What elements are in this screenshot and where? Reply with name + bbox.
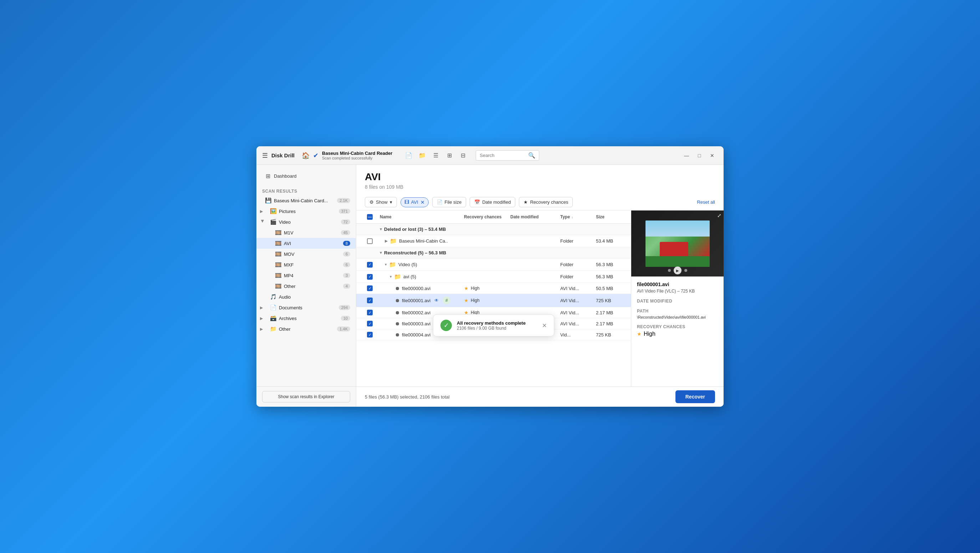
row-checkbox-baseus[interactable] bbox=[367, 238, 373, 244]
group-expand-deleted[interactable]: ▾ bbox=[380, 227, 382, 231]
row-checkbox-video5[interactable] bbox=[367, 262, 373, 268]
row-check-f3[interactable] bbox=[365, 318, 378, 329]
list-view-btn[interactable]: ☰ bbox=[430, 150, 442, 161]
row-checkbox-f2[interactable] bbox=[367, 310, 373, 316]
row-recovery-video5 bbox=[462, 262, 508, 267]
table-row[interactable]: ▾ 📁 avi (5) Folder 56.3 MB bbox=[356, 271, 631, 283]
th-name: Name bbox=[378, 210, 462, 223]
reset-all-btn[interactable]: Reset all bbox=[697, 199, 715, 205]
table-row[interactable]: ▶ 📁 Baseus Mini-Cabin Ca.. Folder 53.4 M… bbox=[356, 235, 631, 247]
file-size-filter-btn[interactable]: 📄 File size bbox=[432, 197, 466, 207]
table-row[interactable]: ⏺ file000001.avi 👁 # ★ High AVI bbox=[356, 294, 631, 307]
sidebar-item-video[interactable]: ▶ 🎬 Video 72 bbox=[256, 217, 356, 227]
sidebar-item-avi[interactable]: 🎞️ AVI 8 bbox=[256, 238, 356, 249]
row-checkbox-f3[interactable] bbox=[367, 321, 373, 327]
row-size-f4: 725 KB bbox=[594, 330, 622, 340]
split-view-btn[interactable]: ⊟ bbox=[457, 150, 469, 161]
mov-label: MOV bbox=[284, 252, 342, 257]
preview-expand-icon[interactable]: ⤢ bbox=[717, 213, 721, 218]
recover-button[interactable]: Recover bbox=[675, 390, 715, 403]
preview-star-icon: ★ bbox=[637, 331, 641, 337]
sidebar-item-device[interactable]: 💾 Baseus Mini-Cabin Card... 2.1K bbox=[256, 195, 356, 206]
select-all-checkbox[interactable] bbox=[367, 214, 373, 220]
table-preview-container: Name Recovery chances Date modified Type… bbox=[356, 210, 724, 386]
other-arrow: ▶ bbox=[260, 327, 265, 331]
show-explorer-btn[interactable]: Show scan results in Explorer bbox=[262, 391, 350, 402]
recovery-chances-filter-btn[interactable]: ★ Recovery chances bbox=[519, 197, 573, 207]
menu-icon[interactable]: ☰ bbox=[262, 151, 268, 159]
sidebar-item-mxf[interactable]: 🎞️ MXF 6 bbox=[256, 260, 356, 270]
minimize-btn[interactable]: — bbox=[681, 150, 692, 161]
row-checkbox-f1[interactable] bbox=[367, 298, 373, 303]
archives-label: Archives bbox=[279, 316, 339, 321]
th-checkbox[interactable] bbox=[365, 210, 378, 223]
folder-view-btn[interactable]: 📁 bbox=[417, 150, 428, 161]
group-recovery-reconstructed bbox=[462, 250, 508, 255]
preview-info: file000001.avi AVI Video File (VLC) – 72… bbox=[631, 276, 724, 386]
date-modified-filter-btn[interactable]: 📅 Date modified bbox=[470, 197, 515, 207]
grid-icon: ⊞ bbox=[266, 173, 270, 180]
sidebar-item-video-other[interactable]: 🎞️ Other 4 bbox=[256, 281, 356, 292]
sidebar-item-dashboard[interactable]: ⊞ Dashboard bbox=[262, 170, 350, 182]
maximize-btn[interactable]: □ bbox=[694, 150, 705, 161]
mp4-label: MP4 bbox=[284, 273, 342, 278]
video5-expand[interactable]: ▾ bbox=[385, 262, 387, 267]
sidebar-item-pictures[interactable]: ▶ 🖼️ Pictures 371 bbox=[256, 206, 356, 217]
documents-label: Documents bbox=[279, 305, 337, 311]
sidebar-item-audio[interactable]: 🎵 Audio bbox=[256, 292, 356, 302]
row-check-f1[interactable] bbox=[365, 295, 378, 306]
row-size-f2: 2.17 MB bbox=[594, 308, 622, 318]
show-filter-btn[interactable]: ⚙ Show ▾ bbox=[365, 197, 397, 207]
preview-play-btn[interactable]: ▶ bbox=[674, 266, 681, 274]
row-checkbox-f4[interactable] bbox=[367, 332, 373, 338]
sidebar-item-mov[interactable]: 🎞️ MOV 6 bbox=[256, 249, 356, 260]
row-checkbox-avi5[interactable] bbox=[367, 274, 373, 280]
file-view-btn[interactable]: 📄 bbox=[403, 150, 414, 161]
row-size-video5: 56.3 MB bbox=[594, 260, 622, 270]
grid-view-btn[interactable]: ⊞ bbox=[444, 150, 455, 161]
preview-action-f1[interactable]: 👁 bbox=[433, 296, 441, 304]
row-check-avi5[interactable] bbox=[365, 271, 378, 282]
group-label-reconstructed[interactable]: ▾ Reconstructed (5) – 56.3 MB bbox=[378, 247, 462, 258]
row-check-f2[interactable] bbox=[365, 307, 378, 318]
home-icon[interactable]: 🏠 bbox=[302, 151, 310, 159]
table-row[interactable]: ⏺ file000000.avi ★ High AVI Vid... 50.5 … bbox=[356, 283, 631, 294]
row-checkbox-f0[interactable] bbox=[367, 285, 373, 291]
row-check-f0[interactable] bbox=[365, 283, 378, 293]
preview-recovery-value: ★ High bbox=[637, 331, 718, 337]
row-type-baseus: Folder bbox=[558, 236, 594, 246]
group-label-deleted[interactable]: ▾ Deleted or lost (3) – 53.4 MB bbox=[378, 224, 462, 235]
search-box: 🔍 bbox=[476, 150, 539, 161]
avi-chip-label: AVI bbox=[411, 199, 418, 205]
documents-count: 294 bbox=[339, 305, 350, 310]
sidebar-item-count: 2.1K bbox=[337, 198, 350, 203]
sidebar-item-other[interactable]: ▶ 📁 Other 1.4K bbox=[256, 324, 356, 334]
th-type[interactable]: Type ↓ bbox=[558, 210, 594, 223]
row-size-f0: 50.5 MB bbox=[594, 283, 622, 293]
group-deleted: ▾ Deleted or lost (3) – 53.4 MB bbox=[356, 224, 631, 235]
avi-filter-chip[interactable]: 🎞 AVI ✕ bbox=[401, 197, 429, 207]
table-row[interactable]: ▾ 📁 Video (5) Folder 56.3 MB bbox=[356, 259, 631, 271]
group-expand-reconstructed[interactable]: ▾ bbox=[380, 250, 382, 255]
row-date-f1 bbox=[508, 298, 558, 303]
close-btn[interactable]: ✕ bbox=[706, 150, 718, 161]
sort-arrow-type: ↓ bbox=[571, 215, 573, 219]
row-actions-f1: 👁 # bbox=[433, 296, 450, 304]
avi5-expand[interactable]: ▾ bbox=[390, 274, 392, 279]
device-status: Scan completed successfully bbox=[322, 156, 392, 160]
baseus-expand[interactable]: ▶ bbox=[385, 239, 388, 243]
avi-chip-close[interactable]: ✕ bbox=[420, 199, 425, 205]
sidebar-item-mp4[interactable]: 🎞️ MP4 3 bbox=[256, 270, 356, 281]
sidebar-item-archives[interactable]: ▶ 🗃️ Archives 10 bbox=[256, 313, 356, 324]
preview-path-section: Path \Reconstructed\Video\avi\file000001… bbox=[637, 309, 718, 319]
row-check-baseus[interactable] bbox=[365, 236, 378, 247]
toast-close-btn[interactable]: ✕ bbox=[542, 322, 547, 329]
sidebar-item-documents[interactable]: ▶ 📄 Documents 294 bbox=[256, 302, 356, 313]
toast-title: All recovery methods complete bbox=[457, 320, 537, 326]
search-input[interactable] bbox=[480, 153, 526, 158]
sidebar-item-m1v[interactable]: 🎞️ M1V 45 bbox=[256, 227, 356, 238]
row-check-f4[interactable] bbox=[365, 329, 378, 340]
row-check-video5[interactable] bbox=[365, 260, 378, 270]
hash-action-f1[interactable]: # bbox=[442, 296, 450, 304]
sidebar-items: 💾 Baseus Mini-Cabin Card... 2.1K ▶ 🖼️ Pi… bbox=[256, 195, 356, 386]
